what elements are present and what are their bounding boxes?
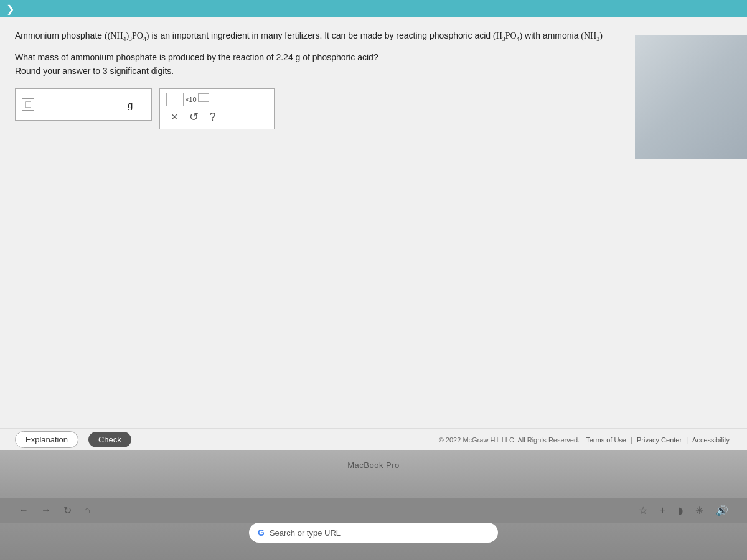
refresh-icon[interactable]: ↻: [63, 505, 72, 516]
search-placeholder-text: Search or type URL: [270, 528, 341, 538]
terms-link[interactable]: Terms of Use: [586, 436, 626, 444]
sci-base-box: [166, 93, 184, 106]
google-icon: G: [258, 528, 265, 538]
footer-bar: Explanation Check © 2022 McGraw Hill LLC…: [0, 428, 747, 450]
answer-input[interactable]: [38, 99, 125, 110]
privacy-link[interactable]: Privacy Center: [637, 436, 682, 444]
problem-statement: Ammonium phosphate ((NH4)3PO4) is an imp…: [15, 29, 732, 44]
back-icon[interactable]: ←: [19, 505, 29, 516]
ammonia-formula: (NH3): [581, 31, 602, 40]
intro-text: Ammonium phosphate: [15, 30, 105, 40]
moon-icon[interactable]: ◗: [678, 505, 683, 516]
content-area: Ammonium phosphate ((NH4)3PO4) is an imp…: [0, 17, 747, 428]
help-button[interactable]: ?: [210, 111, 216, 123]
clear-button[interactable]: ×: [171, 111, 178, 123]
macbook-frame: ❯ Ammonium phosphate ((NH4)3PO4) is an i…: [0, 0, 747, 560]
sci-notation-top: ×10: [166, 93, 268, 106]
search-bar[interactable]: G Search or type URL: [249, 523, 498, 543]
answer-input-container[interactable]: □ g: [15, 88, 152, 121]
keyboard-bottom-toolbar: ← → ↻ ⌂ ☆ + ◗ ✳ 🔊: [0, 498, 747, 523]
check-button[interactable]: Check: [88, 432, 131, 447]
footer-links: Terms of Use | Privacy Center | Accessib…: [581, 436, 732, 444]
intro-end-text: with ammonia: [525, 30, 581, 40]
star-icon[interactable]: ☆: [639, 505, 647, 516]
macbook-label: MacBook Pro: [347, 460, 400, 470]
sci-notation-box: ×10 × ↺ ?: [159, 88, 275, 129]
sci-exp-box: [198, 93, 209, 102]
answer-box-icon: □: [22, 98, 34, 111]
ammonium-phosphate-formula: ((NH4)3PO4): [105, 31, 149, 40]
copyright-area: © 2022 McGraw Hill LLC. All Rights Reser…: [439, 436, 732, 444]
home-icon[interactable]: ⌂: [84, 505, 90, 516]
intro-mid-text: is an important ingredient in many ferti…: [151, 30, 493, 40]
top-bar: ❯: [0, 0, 747, 17]
unit-label: g: [128, 100, 133, 110]
forward-icon[interactable]: →: [41, 505, 51, 516]
round-instruction: Round your answer to 3 significant digit…: [15, 66, 732, 76]
macbook-label-area: MacBook Pro: [347, 459, 400, 470]
phosphoric-acid-formula: (H3PO4): [493, 31, 522, 40]
sep1: |: [631, 436, 634, 444]
question-text: What mass of ammonium phosphate is produ…: [15, 52, 732, 62]
plus-icon[interactable]: +: [660, 505, 665, 516]
volume-icon[interactable]: 🔊: [716, 505, 728, 516]
answer-row: □ g ×10 × ↺ ?: [15, 88, 732, 129]
sci-buttons: × ↺ ?: [166, 111, 268, 123]
x10-label: ×10: [185, 96, 197, 103]
sep2: |: [686, 436, 690, 444]
collapse-chevron[interactable]: ❯: [6, 3, 14, 15]
settings-icon[interactable]: ✳: [695, 505, 703, 516]
undo-button[interactable]: ↺: [189, 111, 199, 123]
decorative-photo: [635, 35, 747, 159]
accessibility-link[interactable]: Accessibility: [692, 436, 730, 444]
explanation-button[interactable]: Explanation: [15, 431, 78, 448]
copyright-text: © 2022 McGraw Hill LLC. All Rights Reser…: [439, 436, 580, 444]
